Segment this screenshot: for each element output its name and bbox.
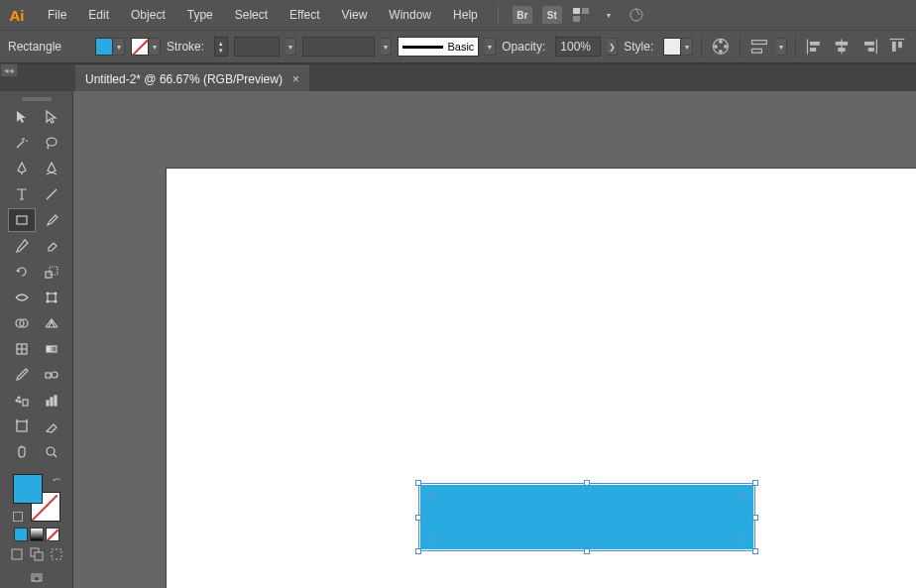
- stroke-swatch[interactable]: ▾: [131, 38, 161, 56]
- curvature-tool[interactable]: [38, 157, 65, 180]
- svg-rect-46: [51, 398, 53, 406]
- free-transform-tool[interactable]: [38, 286, 65, 309]
- eyedropper-tool[interactable]: [8, 363, 36, 387]
- svg-point-44: [19, 401, 21, 403]
- opacity-dropdown[interactable]: ❯: [607, 38, 618, 56]
- paintbrush-tool[interactable]: [38, 208, 65, 232]
- menu-help[interactable]: Help: [443, 4, 488, 26]
- none-mode-icon[interactable]: [46, 528, 59, 541]
- gpu-preview-icon[interactable]: [628, 7, 645, 23]
- brush-definition[interactable]: Basic: [398, 37, 479, 57]
- svg-rect-47: [55, 396, 57, 406]
- arrange-documents-icon[interactable]: [572, 7, 590, 23]
- menu-object[interactable]: Object: [121, 4, 175, 26]
- svg-rect-45: [47, 401, 49, 406]
- slice-tool[interactable]: [38, 414, 65, 438]
- hand-tool[interactable]: [8, 440, 36, 464]
- perspective-grid-tool[interactable]: [38, 311, 65, 335]
- artboard-tool[interactable]: [8, 414, 36, 438]
- draw-behind-icon[interactable]: [30, 547, 44, 561]
- rectangle-shape[interactable]: ×: [420, 485, 753, 549]
- menu-file[interactable]: File: [38, 4, 76, 26]
- stroke-label: Stroke:: [167, 40, 208, 54]
- svg-point-43: [16, 400, 18, 402]
- opacity-field[interactable]: 100%: [555, 37, 601, 57]
- brush-dropdown[interactable]: ▾: [485, 38, 496, 56]
- menu-effect[interactable]: Effect: [280, 4, 329, 26]
- bridge-icon[interactable]: Br: [513, 6, 532, 24]
- draw-inside-icon[interactable]: [50, 547, 63, 561]
- rectangle-tool[interactable]: [8, 208, 36, 232]
- document-tab[interactable]: Untitled-2* @ 66.67% (RGB/Preview) ×: [75, 65, 309, 91]
- line-segment-tool[interactable]: [38, 182, 65, 206]
- align-top-icon[interactable]: [886, 35, 908, 59]
- align-button[interactable]: [748, 35, 770, 59]
- screen-mode-icon[interactable]: [30, 571, 44, 585]
- align-right-icon[interactable]: [859, 35, 880, 59]
- lasso-tool[interactable]: [38, 131, 65, 155]
- magic-wand-tool[interactable]: [8, 131, 36, 155]
- panel-grip[interactable]: [22, 97, 52, 101]
- gradient-mode-icon[interactable]: [30, 528, 44, 541]
- menu-edit[interactable]: Edit: [78, 4, 119, 26]
- svg-rect-56: [52, 549, 61, 559]
- align-left-icon[interactable]: [804, 35, 826, 59]
- rotate-tool[interactable]: [8, 260, 36, 284]
- stroke-weight-field[interactable]: [234, 37, 280, 57]
- svg-rect-27: [50, 267, 57, 275]
- menu-type[interactable]: Type: [177, 4, 223, 26]
- type-tool[interactable]: [8, 182, 36, 206]
- separator: [498, 6, 499, 24]
- fill-swatch[interactable]: ▾: [95, 38, 125, 56]
- fill-stroke-swatches[interactable]: ⤺: [13, 474, 60, 522]
- gradient-tool[interactable]: [38, 337, 65, 361]
- stroke-weight-stepper[interactable]: ▴▾: [214, 37, 228, 57]
- corner-radius-handle[interactable]: [427, 492, 435, 500]
- color-mode-row: [14, 528, 59, 541]
- draw-normal-icon[interactable]: [10, 547, 24, 561]
- menu-window[interactable]: Window: [379, 4, 441, 26]
- svg-rect-25: [17, 216, 27, 224]
- width-tool[interactable]: [8, 286, 36, 309]
- arrange-dropdown-icon[interactable]: ▾: [600, 7, 618, 23]
- selection-tool[interactable]: [8, 105, 36, 129]
- variable-width-dropdown[interactable]: ▾: [381, 38, 392, 56]
- pencil-tool[interactable]: [8, 234, 36, 258]
- align-center-icon[interactable]: [831, 35, 853, 59]
- svg-point-32: [55, 300, 57, 302]
- svg-line-24: [47, 189, 57, 199]
- svg-rect-48: [17, 421, 27, 431]
- svg-rect-18: [864, 42, 874, 46]
- menu-view[interactable]: View: [332, 4, 378, 26]
- zoom-tool[interactable]: [38, 440, 65, 464]
- direct-selection-tool[interactable]: [38, 105, 65, 129]
- canvas-area[interactable]: ×: [73, 91, 916, 588]
- stroke-weight-dropdown[interactable]: ▾: [286, 38, 296, 56]
- column-graph-tool[interactable]: [38, 389, 65, 412]
- menu-select[interactable]: Select: [225, 4, 278, 26]
- mesh-tool[interactable]: [8, 337, 36, 361]
- recolor-artwork-icon[interactable]: [710, 35, 732, 59]
- style-swatch[interactable]: ▾: [663, 38, 693, 56]
- align-dropdown[interactable]: ▾: [776, 38, 787, 56]
- svg-rect-39: [46, 373, 51, 378]
- shape-builder-tool[interactable]: [8, 311, 36, 335]
- blend-tool[interactable]: [38, 363, 65, 387]
- corner-radius-handle[interactable]: [427, 534, 435, 542]
- artboard[interactable]: ×: [167, 169, 916, 588]
- corner-radius-handle[interactable]: [739, 492, 746, 500]
- color-mode-icon[interactable]: [14, 528, 28, 541]
- symbol-sprayer-tool[interactable]: [8, 389, 36, 412]
- style-label: Style:: [624, 40, 657, 54]
- swap-fill-stroke-icon[interactable]: ⤺: [53, 474, 60, 485]
- fill-color-swatch[interactable]: [13, 474, 43, 504]
- variable-width-profile[interactable]: [302, 37, 375, 57]
- pen-tool[interactable]: [8, 157, 36, 180]
- stock-icon[interactable]: St: [542, 6, 562, 24]
- default-fill-stroke-icon[interactable]: [13, 512, 23, 522]
- panel-collapse-icon[interactable]: ◂◂: [0, 63, 18, 77]
- close-tab-icon[interactable]: ×: [292, 72, 299, 86]
- eraser-tool[interactable]: [38, 234, 65, 258]
- scale-tool[interactable]: [38, 260, 65, 284]
- corner-radius-handle[interactable]: [739, 534, 746, 542]
